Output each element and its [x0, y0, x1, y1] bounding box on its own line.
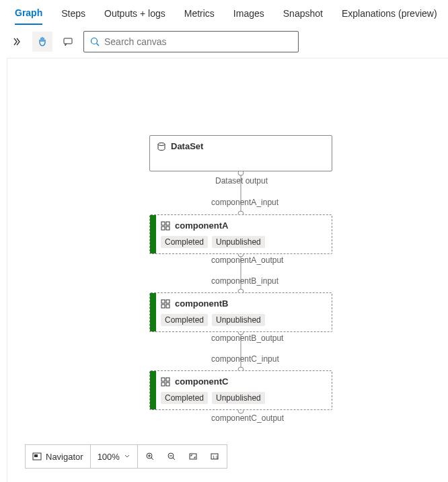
node-component-b[interactable]: componentB Completed Unpublished — [149, 292, 332, 332]
node-title: componentA — [175, 220, 228, 231]
tab-explanations[interactable]: Explanations (preview) — [342, 8, 437, 24]
svg-rect-24 — [166, 378, 170, 381]
status-stripe — [150, 293, 156, 331]
svg-rect-16 — [166, 222, 170, 225]
search-canvas[interactable] — [83, 31, 299, 52]
edge-label: componentC_output — [211, 413, 284, 423]
svg-rect-28 — [34, 454, 38, 457]
node-dataset[interactable]: DataSet — [149, 135, 332, 171]
svg-rect-18 — [166, 227, 170, 230]
tab-steps[interactable]: Steps — [61, 8, 85, 24]
node-title: componentB — [175, 298, 228, 309]
component-icon — [161, 299, 170, 309]
svg-line-30 — [151, 458, 153, 460]
svg-rect-15 — [161, 222, 165, 225]
component-icon — [161, 377, 170, 387]
component-icon — [161, 221, 170, 231]
edge-label: componentB_output — [211, 333, 283, 343]
publish-badge: Unpublished — [212, 236, 265, 248]
svg-rect-17 — [161, 227, 165, 230]
navigator-bar: Navigator 100% 1:1 — [25, 444, 227, 469]
search-input[interactable] — [104, 36, 293, 47]
edge-label: componentA_output — [211, 255, 283, 265]
status-badge: Completed — [161, 236, 208, 248]
publish-badge: Unpublished — [212, 392, 265, 404]
node-component-c[interactable]: componentC Completed Unpublished — [149, 370, 332, 410]
navigator-icon — [32, 452, 42, 461]
comment-icon[interactable] — [58, 32, 78, 52]
toolbar — [0, 26, 448, 58]
node-title: componentC — [175, 376, 228, 387]
navigator-label: Navigator — [46, 452, 83, 462]
edge-label: componentC_input — [211, 354, 279, 364]
svg-point-14 — [158, 143, 165, 145]
fit-screen-button[interactable] — [184, 447, 202, 466]
node-component-a[interactable]: componentA Completed Unpublished — [149, 214, 332, 254]
svg-line-2 — [97, 44, 100, 46]
zoom-value: 100% — [98, 452, 120, 462]
tabs-bar: Graph Steps Outputs + logs Metrics Image… — [0, 0, 448, 26]
zoom-level[interactable]: 100% — [91, 445, 138, 468]
svg-rect-25 — [161, 383, 165, 386]
status-badge: Completed — [161, 314, 208, 326]
tab-graph[interactable]: Graph — [15, 7, 42, 25]
svg-rect-23 — [161, 378, 165, 381]
tab-images[interactable]: Images — [233, 8, 264, 24]
status-stripe — [150, 371, 156, 409]
navigator-toggle[interactable]: Navigator — [26, 445, 91, 468]
node-title: DataSet — [171, 141, 203, 151]
status-badge: Completed — [161, 392, 208, 404]
svg-rect-19 — [161, 300, 165, 303]
svg-rect-26 — [166, 383, 170, 386]
chevron-down-icon — [124, 453, 130, 460]
svg-line-34 — [173, 458, 175, 460]
edge-label: componentB_input — [211, 276, 278, 286]
svg-text:1:1: 1:1 — [213, 455, 219, 459]
svg-rect-21 — [161, 305, 165, 308]
expand-icon[interactable] — [7, 32, 27, 52]
svg-rect-22 — [166, 305, 170, 308]
svg-point-1 — [91, 38, 98, 44]
status-stripe — [150, 215, 156, 253]
actual-size-button[interactable]: 1:1 — [205, 447, 224, 466]
pipeline-canvas[interactable]: DataSet Dataset output componentA_input … — [7, 58, 448, 482]
zoom-in-button[interactable] — [141, 447, 159, 466]
edge-label: Dataset output — [215, 176, 268, 186]
edge-label: componentA_input — [211, 198, 278, 207]
tab-snapshot[interactable]: Snapshot — [283, 8, 323, 24]
search-icon — [89, 36, 100, 47]
dataset-icon — [157, 142, 166, 151]
zoom-out-button[interactable] — [162, 447, 181, 466]
svg-rect-0 — [64, 38, 72, 44]
tab-metrics[interactable]: Metrics — [184, 8, 215, 24]
tab-outputs[interactable]: Outputs + logs — [104, 8, 165, 24]
pan-icon[interactable] — [32, 32, 52, 52]
publish-badge: Unpublished — [212, 314, 265, 326]
svg-rect-20 — [166, 300, 170, 303]
